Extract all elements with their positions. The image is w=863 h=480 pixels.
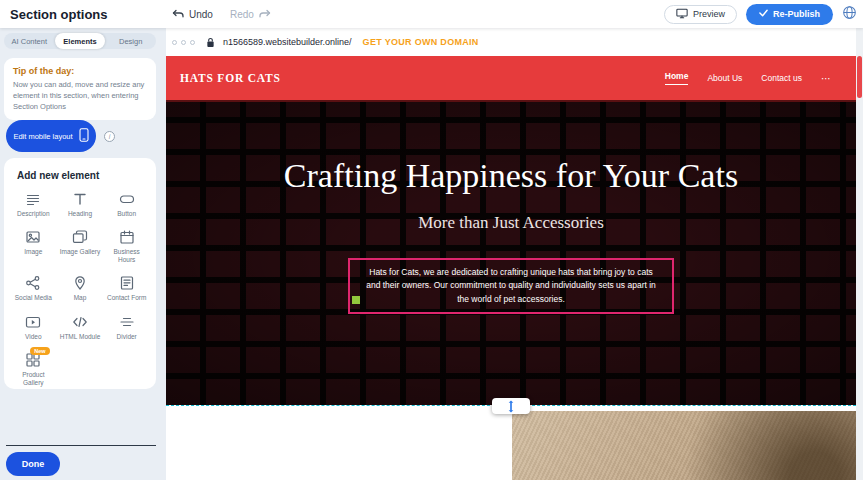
redo-icon[interactable] [259, 5, 271, 23]
site-preview: HATS FOR CATS Home About Us Contact us ⋯… [166, 56, 856, 480]
edit-mobile-layout-label: Edit mobile layout [13, 132, 72, 141]
sidebar-divider [6, 445, 156, 446]
element-label: Video [25, 333, 42, 341]
heading-icon [72, 191, 88, 207]
tab-ai-content[interactable]: AI Content [4, 33, 55, 49]
element-label: Contact Form [107, 294, 146, 302]
nav-item-contact[interactable]: Contact us [761, 73, 802, 83]
divider-icon [119, 314, 135, 330]
undo-icon[interactable] [172, 5, 184, 23]
site-header[interactable]: HATS FOR CATS Home About Us Contact us ⋯ [166, 56, 856, 100]
phone-icon [79, 128, 89, 144]
republish-button[interactable]: Re-Publish [746, 4, 833, 25]
element-label: HTML Module [60, 333, 101, 341]
hero-paragraph[interactable]: Hats for Cats, we are dedicated to craft… [362, 266, 660, 306]
button-icon [119, 191, 135, 207]
business-hours-icon [119, 229, 135, 245]
element-label: Button [117, 210, 136, 218]
tip-title: Tip of the day: [13, 66, 147, 76]
monitor-icon [676, 8, 688, 21]
app-window: Section options Undo Redo [0, 0, 863, 480]
social-media-icon [25, 275, 41, 291]
done-button[interactable]: Done [6, 452, 60, 476]
hero-title[interactable]: Crafting Happiness for Your Cats [276, 154, 746, 198]
tip-body: Now you can add, move and resize any ele… [13, 80, 147, 113]
sidebar-tabs: AI Content Elements Design [4, 33, 156, 49]
element-item-html-module[interactable]: HTML Module [57, 314, 104, 341]
hero-section[interactable]: Crafting Happiness for Your Cats More th… [166, 102, 856, 405]
topbar: Section options Undo Redo [0, 0, 863, 28]
site-nav: Home About Us Contact us ⋯ [665, 71, 832, 85]
site-logo[interactable]: HATS FOR CATS [180, 72, 281, 84]
element-item-description[interactable]: Description [10, 191, 57, 218]
element-item-button[interactable]: Button [103, 191, 150, 218]
element-label: Product Gallery [11, 371, 55, 387]
element-label: Map [74, 294, 87, 302]
new-badge: New [30, 347, 49, 355]
window-dot [190, 40, 195, 45]
sidebar: AI Content Elements Design Tip of the da… [0, 28, 166, 480]
scrollbar-track[interactable] [856, 28, 863, 480]
globe-icon[interactable] [842, 5, 857, 24]
element-label: Social Media [15, 294, 52, 302]
image-gallery-icon [72, 229, 88, 245]
element-item-image-gallery[interactable]: Image Gallery [57, 229, 104, 264]
html-module-icon [72, 314, 88, 330]
get-domain-link[interactable]: GET YOUR OWN DOMAIN [363, 37, 479, 47]
undo-redo-group: Undo Redo [172, 5, 271, 23]
info-icon[interactable]: i [104, 131, 115, 142]
hero-paragraph-box[interactable]: Hats for Cats, we are dedicated to craft… [348, 258, 674, 314]
map-icon [72, 275, 88, 291]
check-icon [759, 9, 768, 19]
element-resize-handle[interactable] [352, 296, 360, 304]
element-item-video[interactable]: Video [10, 314, 57, 341]
preview-button[interactable]: Preview [664, 5, 737, 24]
element-item-business-hours[interactable]: Business Hours [103, 229, 150, 264]
nav-item-about[interactable]: About Us [707, 73, 742, 83]
element-grid: Description Heading Button [10, 191, 150, 387]
element-label: Divider [117, 333, 137, 341]
tip-card: Tip of the day: Now you can add, move an… [4, 58, 156, 120]
nav-more-icon[interactable]: ⋯ [821, 73, 832, 84]
window-dot [181, 40, 186, 45]
nav-item-home[interactable]: Home [665, 71, 689, 85]
element-item-divider[interactable]: Divider [103, 314, 150, 341]
element-label: Image [24, 248, 42, 256]
browser-bar: n1566589.websitebuilder.online/ GET YOUR… [166, 28, 856, 56]
editor-canvas: n1566589.websitebuilder.online/ GET YOUR… [166, 28, 856, 480]
image-icon [25, 229, 41, 245]
element-item-heading[interactable]: Heading [57, 191, 104, 218]
redo-button[interactable]: Redo [230, 9, 254, 20]
republish-label: Re-Publish [773, 9, 820, 19]
element-item-image[interactable]: Image [10, 229, 57, 264]
description-icon [25, 191, 41, 207]
topbar-actions: Preview Re-Publish [664, 4, 857, 25]
add-element-title: Add new element [17, 170, 150, 181]
scrollbar-thumb[interactable] [857, 56, 862, 98]
element-item-social-media[interactable]: Social Media [10, 275, 57, 302]
element-label: Description [17, 210, 50, 218]
preview-label: Preview [693, 9, 725, 19]
site-url: n1566589.websitebuilder.online/ [223, 37, 352, 47]
element-label: Business Hours [105, 248, 149, 264]
next-section[interactable] [166, 406, 856, 480]
tab-elements[interactable]: Elements [55, 33, 106, 49]
tab-design[interactable]: Design [105, 33, 156, 49]
page-title: Section options [10, 7, 108, 22]
edit-mobile-layout-button[interactable]: Edit mobile layout [6, 120, 96, 152]
section-resize-handle[interactable] [492, 398, 530, 414]
up-down-arrow-icon [507, 400, 515, 413]
element-label: Image Gallery [60, 248, 100, 256]
contact-form-icon [119, 275, 135, 291]
video-icon [25, 314, 41, 330]
hero-subtitle[interactable]: More than Just Accessories [418, 213, 604, 233]
undo-button[interactable]: Undo [189, 9, 213, 20]
lock-icon [206, 37, 215, 48]
element-item-contact-form[interactable]: Contact Form [103, 275, 150, 302]
add-element-panel: Add new element Description Heading [4, 158, 156, 389]
element-item-product-gallery[interactable]: New Product Gallery [10, 352, 57, 387]
carpet-photo[interactable] [512, 411, 856, 480]
window-dot [172, 40, 177, 45]
element-label: Heading [68, 210, 92, 218]
element-item-map[interactable]: Map [57, 275, 104, 302]
